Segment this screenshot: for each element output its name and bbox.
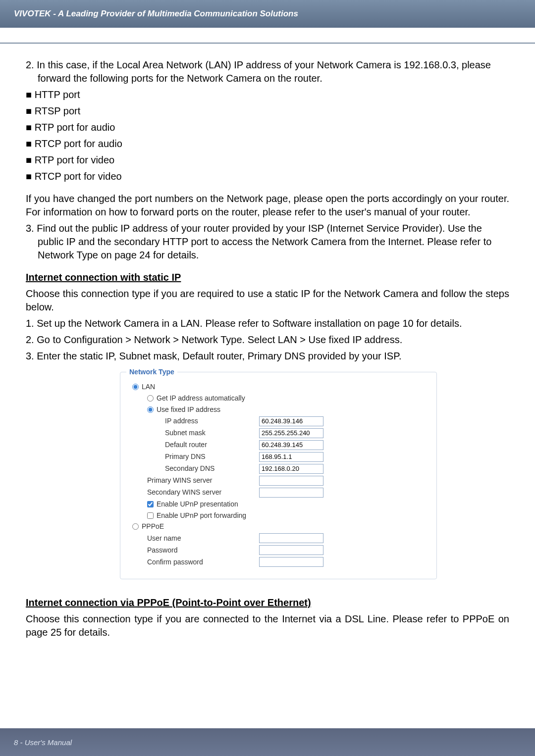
default-router-input[interactable]	[259, 440, 323, 450]
subnet-label: Subnet mask	[130, 428, 259, 438]
port-item: ■ RTP port for video	[26, 153, 509, 167]
default-router-label: Default router	[130, 440, 259, 450]
subheading-pppoe: Internet connection via PPPoE (Point-to-…	[26, 596, 509, 609]
pppoe-radio[interactable]	[132, 523, 139, 530]
subnet-row: Subnet mask	[130, 428, 427, 438]
ip-address-label: IP address	[130, 416, 259, 426]
network-type-legend: Network Type	[126, 367, 177, 377]
get-ip-auto-radio[interactable]	[147, 395, 154, 402]
page-content: 2. In this case, if the Local Area Netwo…	[0, 44, 535, 639]
secondary-dns-label: Secondary DNS	[130, 464, 259, 473]
pppoe-label: PPPoE	[142, 522, 164, 531]
password-label: Password	[130, 546, 259, 555]
port-item: ■ RTSP port	[26, 104, 509, 118]
secondary-wins-input[interactable]	[259, 488, 323, 498]
secondary-dns-row: Secondary DNS	[130, 464, 427, 474]
username-row: User name	[130, 533, 427, 543]
para-static-intro: Choose this connection type if you are r…	[26, 287, 509, 314]
primary-wins-label: Primary WINS server	[130, 476, 259, 485]
para-step3: 3. Find out the public IP address of you…	[26, 222, 509, 262]
secondary-wins-row: Secondary WINS server	[130, 488, 427, 498]
primary-wins-input[interactable]	[259, 476, 323, 486]
upnp-forwarding-row[interactable]: Enable UPnP port forwarding	[130, 511, 427, 520]
pppoe-radio-row[interactable]: PPPoE	[130, 522, 427, 531]
upnp-presentation-label: Enable UPnP presentation	[157, 500, 238, 509]
password-row: Password	[130, 545, 427, 555]
password-input[interactable]	[259, 545, 323, 555]
step-item: 1. Set up the Network Camera in a LAN. P…	[26, 317, 509, 330]
lan-label: LAN	[142, 382, 155, 392]
primary-dns-row: Primary DNS	[130, 452, 427, 462]
subheading-static-ip: Internet connection with static IP	[26, 271, 509, 284]
confirm-password-input[interactable]	[259, 557, 323, 567]
port-item: ■ RTCP port for audio	[26, 137, 509, 151]
upnp-forwarding-checkbox[interactable]	[147, 512, 154, 519]
port-item: ■ HTTP port	[26, 88, 509, 101]
step-item: 2. Go to Configuration > Network > Netwo…	[26, 333, 509, 347]
upnp-forwarding-label: Enable UPnP port forwarding	[157, 511, 246, 520]
port-item: ■ RTCP port for video	[26, 170, 509, 183]
secondary-wins-label: Secondary WINS server	[130, 488, 259, 497]
primary-dns-input[interactable]	[259, 452, 323, 462]
subnet-input[interactable]	[259, 428, 323, 438]
username-label: User name	[130, 534, 259, 543]
footer-text: 8 - User's Manual	[14, 738, 72, 747]
confirm-password-label: Confirm password	[130, 557, 259, 567]
para-step2: 2. In this case, if the Local Area Netwo…	[26, 58, 509, 85]
network-type-panel: Network Type LAN Get IP address automati…	[120, 372, 437, 579]
lan-radio-row[interactable]: LAN	[130, 382, 427, 392]
upnp-presentation-checkbox[interactable]	[147, 501, 154, 507]
header-band: VIVOTEK - A Leading Provider of Multimed…	[0, 0, 535, 28]
static-steps: 1. Set up the Network Camera in a LAN. P…	[26, 317, 509, 363]
header-title: VIVOTEK - A Leading Provider of Multimed…	[14, 9, 298, 19]
get-ip-auto-label: Get IP address automatically	[157, 394, 245, 403]
step-item: 3. Enter the static IP, Subnet mask, Def…	[26, 350, 509, 363]
get-ip-auto-row[interactable]: Get IP address automatically	[130, 394, 427, 403]
primary-dns-label: Primary DNS	[130, 452, 259, 461]
upnp-presentation-row[interactable]: Enable UPnP presentation	[130, 500, 427, 509]
port-list: ■ HTTP port ■ RTSP port ■ RTP port for a…	[26, 88, 509, 183]
use-fixed-ip-label: Use fixed IP address	[157, 405, 220, 414]
lan-radio[interactable]	[132, 384, 139, 390]
use-fixed-ip-row[interactable]: Use fixed IP address	[130, 405, 427, 414]
primary-wins-row: Primary WINS server	[130, 476, 427, 486]
ip-address-row: IP address	[130, 416, 427, 426]
port-item: ■ RTP port for audio	[26, 121, 509, 134]
footer-band: 8 - User's Manual	[0, 728, 535, 756]
para-changed-ports: If you have changed the port numbers on …	[26, 192, 509, 219]
default-router-row: Default router	[130, 440, 427, 450]
ip-address-input[interactable]	[259, 416, 323, 426]
secondary-dns-input[interactable]	[259, 464, 323, 474]
use-fixed-ip-radio[interactable]	[147, 406, 154, 413]
para-pppoe: Choose this connection type if you are c…	[26, 612, 509, 639]
confirm-password-row: Confirm password	[130, 557, 427, 567]
username-input[interactable]	[259, 533, 323, 543]
